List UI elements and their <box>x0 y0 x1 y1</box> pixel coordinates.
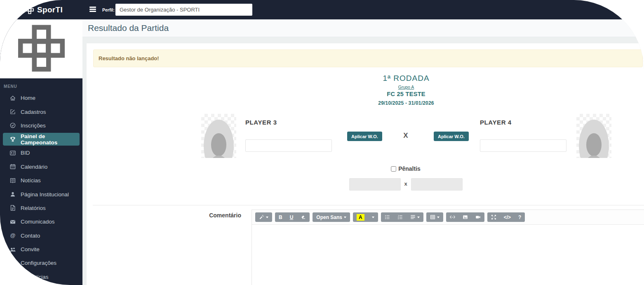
sidebar-item-label: Convite <box>21 246 40 252</box>
sidebar-item-label: Comunicados <box>21 219 55 225</box>
away-player-name: PLAYER 4 <box>480 119 512 126</box>
brand-name: SporTI <box>37 5 63 14</box>
main-content: Resultado da Partida Resultado não lança… <box>82 19 644 285</box>
menu-toggle-icon[interactable] <box>89 7 96 12</box>
sidebar-item-label: BID <box>21 150 30 156</box>
edit-icon <box>9 108 16 115</box>
home-score-input[interactable] <box>245 139 332 152</box>
warning-alert: Resultado não lançado! <box>93 49 643 67</box>
at-icon: @ <box>9 232 16 239</box>
championship-name: FC 25 TESTE <box>320 91 493 97</box>
sidebar-item-inscricoes[interactable]: Inscrições <box>0 119 82 132</box>
comment-editor-body[interactable] <box>252 225 644 283</box>
table-icon <box>430 214 435 220</box>
penalty-versus-label: x <box>404 181 407 187</box>
paragraph-align-button[interactable] <box>407 212 423 222</box>
eraser-button[interactable] <box>297 212 310 222</box>
align-icon <box>410 214 416 220</box>
sidebar-item-cadastros[interactable]: Cadastros <box>0 105 82 118</box>
envelope-icon <box>9 218 16 225</box>
sidebar-item-painel-de-campeonatos[interactable]: Painel de Campeonatos <box>3 133 80 146</box>
group-link[interactable]: Grupo A <box>398 85 414 90</box>
ordered-list-button[interactable] <box>394 212 407 222</box>
unordered-list-button[interactable] <box>381 212 394 222</box>
away-wo-button[interactable]: Aplicar W.O. <box>434 132 469 141</box>
sidebar-item-convite[interactable]: Convite <box>0 243 82 256</box>
video-icon <box>475 214 481 220</box>
magic-wand-icon <box>259 214 264 220</box>
font-family-button[interactable]: Open Sans <box>313 212 350 222</box>
font-name-label: Open Sans <box>316 214 342 220</box>
section-divider <box>93 205 644 205</box>
penalties-checkbox[interactable] <box>391 166 396 172</box>
alert-text: Resultado não lançado! <box>99 55 159 61</box>
home-player-name: PLAYER 3 <box>245 119 277 126</box>
gear-icon <box>9 259 16 266</box>
insert-group <box>446 212 484 222</box>
check-circle-icon <box>9 122 16 129</box>
chevron-down-icon <box>372 217 374 218</box>
eraser-icon <box>301 214 306 220</box>
code-view-button[interactable]: </> <box>500 212 515 222</box>
sidebar-item-pagina-institucional[interactable]: Página Institucional <box>0 187 82 201</box>
picture-button[interactable] <box>459 212 472 222</box>
profile-label: Perfil: <box>102 7 115 12</box>
style-magic-button[interactable] <box>255 212 272 222</box>
home-wo-button[interactable]: Aplicar W.O. <box>347 132 382 141</box>
sidebar-item-label: Calendário <box>21 164 47 170</box>
sidebar-item-bid[interactable]: BID <box>0 146 82 160</box>
sidebar-item-label: Página Institucional <box>21 191 69 198</box>
chevron-down-icon <box>417 217 420 218</box>
sidebar-item-label: Contato <box>21 233 40 239</box>
bold-button[interactable]: B <box>275 212 286 222</box>
sidebar-item-noticias[interactable]: Notícias <box>0 174 82 187</box>
id-card-icon <box>9 149 16 156</box>
fullscreen-button[interactable] <box>487 212 500 222</box>
trophy-icon <box>9 136 16 143</box>
penalties-row: Pênaltis <box>391 165 421 172</box>
app-window: SporTI Perfil: MENU <box>0 0 644 285</box>
sidebar-item-calendario[interactable]: Calendário <box>0 160 82 174</box>
sidebar-item-label: Relatórios <box>21 205 46 211</box>
page-title: Resultado da Partida <box>88 23 169 33</box>
picture-icon <box>463 214 468 220</box>
page-header: Resultado da Partida <box>82 19 644 37</box>
table-button[interactable] <box>426 212 443 222</box>
newspaper-icon <box>9 273 16 280</box>
font-family-group: Open Sans <box>313 212 350 222</box>
unordered-list-icon <box>385 214 390 220</box>
versus-label: X <box>403 132 408 140</box>
round-title: 1ª RODADA <box>320 74 493 83</box>
text-color-dropdown-button[interactable] <box>368 212 378 222</box>
text-color-button[interactable]: A <box>353 212 368 222</box>
home-player-avatar <box>201 114 236 158</box>
help-button[interactable]: ? <box>515 212 525 222</box>
chevron-down-icon <box>437 217 440 218</box>
brand: SporTI <box>26 0 63 19</box>
sidebar-item-de-noticias[interactable]: de Notícias <box>0 270 82 284</box>
svg-text:@: @ <box>10 232 15 238</box>
fullscreen-icon <box>491 214 496 220</box>
sidebar-item-relatorios[interactable]: Relatórios <box>0 201 82 215</box>
link-button[interactable] <box>446 212 459 222</box>
sidebar-item-label: Configurações <box>21 260 56 266</box>
logo-panel <box>0 19 82 78</box>
video-button[interactable] <box>472 212 484 222</box>
away-score-input[interactable] <box>480 139 566 152</box>
topbar: SporTI Perfil: <box>0 0 644 19</box>
away-penalty-input <box>411 178 463 191</box>
sidebar-item-contato[interactable]: @ Contato <box>0 229 82 243</box>
chevron-down-icon <box>344 217 346 218</box>
paragraph-group <box>381 212 423 222</box>
home-icon <box>9 94 16 101</box>
sidebar-item-home[interactable]: Home <box>0 91 82 105</box>
sidebar-item-label: Cadastros <box>21 109 46 115</box>
users-icon <box>9 246 16 253</box>
sidebar-item-comunicados[interactable]: Comunicados <box>0 215 82 228</box>
editor-toolbar: B U Open Sans A <box>252 210 644 225</box>
sidebar-item-configuracoes[interactable]: Configurações <box>0 256 82 270</box>
sidebar-item-label: Notícias <box>21 177 41 184</box>
profile-select[interactable] <box>115 4 252 16</box>
underline-button[interactable]: U <box>286 212 297 222</box>
user-icon <box>9 191 16 198</box>
